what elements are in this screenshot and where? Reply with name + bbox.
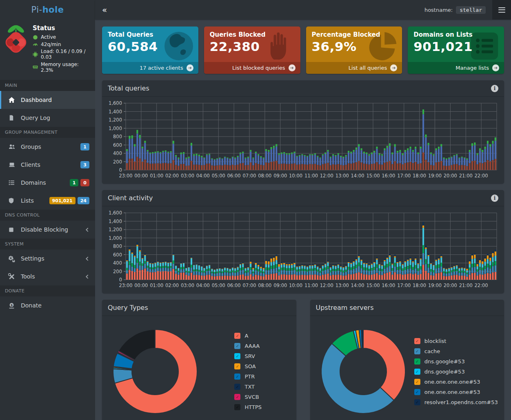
chevron-left-icon: [85, 228, 89, 232]
sidebar-item-lists[interactable]: Lists901,02124: [0, 192, 95, 210]
sidebar-item-disable-blocking[interactable]: Disable Blocking: [0, 221, 95, 239]
sidebar-item-label: Domains: [21, 179, 46, 186]
svg-text:800: 800: [113, 243, 122, 249]
card-value: 901,021: [408, 38, 504, 54]
gears-icon: [8, 255, 16, 262]
legend-item-dns-google-53-3[interactable]: ✓dns.google#53: [414, 369, 498, 375]
legend-item-txt-5[interactable]: ✓TXT: [234, 384, 262, 390]
svg-text:1,400: 1,400: [109, 219, 122, 224]
sidebar-menu: MAINDashboardQuery LogGROUP MANAGEMENTGr…: [0, 80, 95, 314]
donate-icon: $: [8, 302, 16, 309]
legend-item-dns-google-53-2[interactable]: ✓dns.google#53: [414, 358, 498, 365]
checkbox-icon: ✓: [234, 394, 240, 400]
arrow-right-icon: ➔: [390, 64, 397, 71]
query-types-legend: ✓A✓AAAA✓SRV✓SOA✓PTR✓TXT✓SVCB✓HTTPS: [234, 333, 262, 410]
checkbox-icon: ✓: [414, 399, 420, 405]
sidebar-item-groups[interactable]: Groups1: [0, 138, 95, 156]
legend-label: PTR: [244, 374, 255, 380]
svg-text:00:00: 00:00: [134, 173, 148, 179]
svg-text:08:00: 08:00: [258, 283, 271, 288]
info-icon[interactable]: i: [491, 85, 498, 92]
sidebar-item-label: Donate: [21, 302, 42, 309]
checkbox-icon: ✓: [234, 404, 240, 410]
sidebar-item-label: Clients: [21, 161, 40, 168]
svg-text:05:00: 05:00: [212, 283, 225, 288]
sidebar-item-tools[interactable]: Tools: [0, 267, 95, 285]
arrow-right-icon: ➔: [187, 64, 193, 71]
card-footer-link[interactable]: List all queries➔: [306, 62, 402, 74]
client-activity-chart[interactable]: 02004006008001,0001,2001,4001,60023:0000…: [106, 210, 499, 290]
legend-label: A: [244, 333, 248, 339]
sidebar-item-domains[interactable]: Domains10: [0, 174, 95, 192]
svg-text:14:00: 14:00: [351, 283, 364, 288]
hamburger-icon: [498, 7, 505, 8]
count-badge: 901,021: [49, 197, 76, 204]
topbar: « hostname: stellar: [95, 0, 511, 20]
legend-item-resolver1-opendns-com-53-6[interactable]: ✓resolver1.opendns.com#53: [414, 399, 498, 405]
legend-item-soa-3[interactable]: ✓SOA: [234, 363, 262, 369]
legend-item-a-0[interactable]: ✓A: [234, 333, 262, 339]
svg-text:1,000: 1,000: [109, 235, 122, 241]
count-badge: 3: [80, 161, 89, 168]
legend-item-one-one-one-one-53-4[interactable]: ✓one.one.one.one#53: [414, 379, 498, 385]
query-types-donut[interactable]: [106, 323, 204, 420]
svg-text:07:00: 07:00: [242, 283, 256, 288]
sidebar-collapse-button[interactable]: «: [95, 0, 114, 20]
legend-item-one-one-one-one-53-5[interactable]: ✓one.one.one.one#53: [414, 389, 498, 395]
card-footer-link[interactable]: Manage lists➔: [408, 62, 504, 74]
legend-item-svcb-6[interactable]: ✓SVCB: [234, 394, 262, 400]
sidebar-item-label: Groups: [21, 144, 41, 150]
svg-text:18:00: 18:00: [413, 173, 426, 179]
sidebar-item-label: Query Log: [21, 115, 50, 121]
legend-item-blocklist-0[interactable]: ✓blocklist: [414, 338, 498, 344]
svg-text:1,600: 1,600: [109, 210, 122, 216]
hostname-area: hostname: stellar: [424, 6, 492, 14]
sidebar-item-donate[interactable]: $Donate: [0, 296, 95, 314]
legend-item-srv-2[interactable]: ✓SRV: [234, 353, 262, 359]
svg-text:03:00: 03:00: [181, 173, 194, 179]
legend-item-aaaa-1[interactable]: ✓AAAA: [234, 343, 262, 349]
svg-text:200: 200: [113, 269, 122, 274]
home-icon: [8, 96, 16, 104]
legend-label: SRV: [244, 353, 255, 359]
card-footer-link[interactable]: List blocked queries➔: [204, 62, 300, 74]
svg-text:13:00: 13:00: [335, 283, 349, 288]
checkbox-icon: ✓: [234, 374, 240, 380]
legend-label: AAAA: [244, 343, 260, 349]
hostname-label: hostname:: [424, 7, 453, 13]
status-memory: Memory usage: 2.3%: [33, 62, 92, 73]
total-queries-chart[interactable]: 02004006008001,0001,2001,4001,60023:0000…: [106, 100, 499, 181]
laptop-icon: [8, 161, 16, 168]
hostname-value: stellar: [456, 6, 486, 14]
svg-text:22:00: 22:00: [475, 173, 488, 179]
upstream-servers-donut[interactable]: [314, 323, 412, 420]
sidebar-item-dashboard[interactable]: Dashboard: [0, 91, 95, 109]
chevron-left-icon: [85, 256, 89, 261]
svg-text:800: 800: [113, 134, 122, 139]
main-area: « hostname: stellar Total Queries60,5841…: [95, 0, 511, 420]
menu-section-group-management: GROUP MANAGEMENT: [0, 127, 95, 138]
brand-prefix: Pi-: [31, 5, 42, 15]
legend-item-https-7[interactable]: ✓HTTPS: [234, 404, 262, 410]
svg-text:22:00: 22:00: [475, 283, 488, 288]
legend-item-cache-1[interactable]: ✓cache: [414, 348, 498, 354]
card-footer-link[interactable]: 17 active clients➔: [102, 62, 198, 74]
status-title: Status: [33, 24, 92, 32]
svg-text:600: 600: [113, 252, 122, 258]
svg-text:06:00: 06:00: [227, 283, 241, 288]
legend-item-ptr-4[interactable]: ✓PTR: [234, 374, 262, 380]
info-icon[interactable]: i: [491, 195, 498, 202]
shield-icon: [8, 197, 16, 204]
legend-label: blocklist: [424, 338, 447, 344]
legend-label: dns.google#53: [424, 358, 465, 365]
sidebar-item-settings[interactable]: Settings: [0, 250, 95, 267]
sidebar-item-query-log[interactable]: Query Log: [0, 109, 95, 127]
card-queries-blocked: Queries Blocked22,380List blocked querie…: [204, 27, 300, 74]
users-icon: [8, 143, 16, 150]
checkbox-icon: ✓: [234, 363, 240, 369]
svg-text:01:00: 01:00: [150, 283, 163, 288]
sidebar-item-clients[interactable]: Clients3: [0, 156, 95, 174]
menu-toggle-button[interactable]: [492, 0, 511, 20]
card-value: 60,584: [102, 38, 198, 54]
panel-header-query-types: Query Types: [102, 300, 296, 316]
